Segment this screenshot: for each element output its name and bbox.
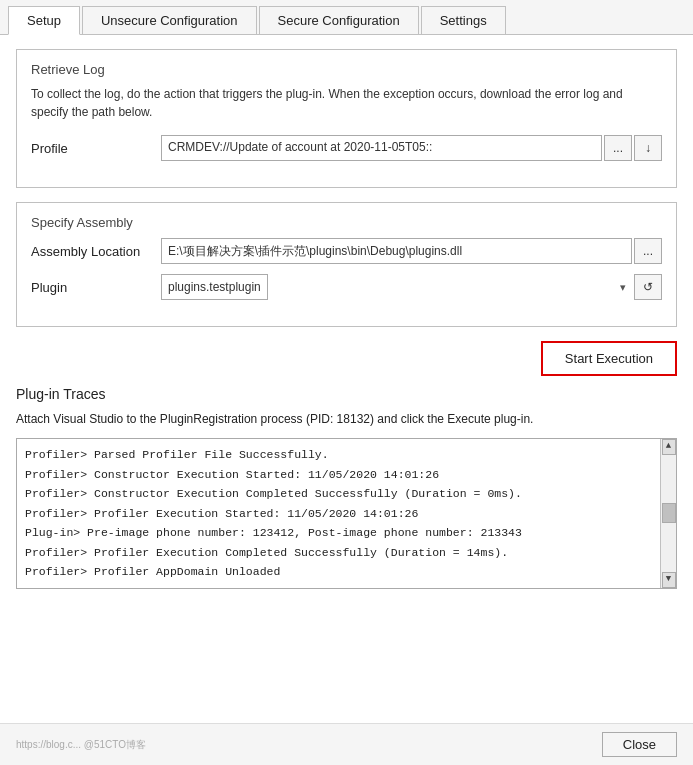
start-execution-row: Start Execution [16, 341, 677, 376]
trace-line-4: Profiler> Profiler Execution Started: 11… [25, 504, 650, 524]
trace-line-2: Profiler> Constructor Execution Started:… [25, 465, 650, 485]
trace-line-7: Profiler> Profiler AppDomain Unloaded [25, 562, 650, 582]
tab-secure-config[interactable]: Secure Configuration [259, 6, 419, 34]
tab-bar: Setup Unsecure Configuration Secure Conf… [0, 0, 693, 35]
scroll-up-arrow[interactable]: ▲ [662, 439, 676, 455]
profile-browse-button[interactable]: ... [604, 135, 632, 161]
trace-line-1: Profiler> Parsed Profiler File Successfu… [25, 445, 650, 465]
profile-label: Profile [31, 141, 161, 156]
plugin-traces-desc: Attach Visual Studio to the PluginRegist… [16, 410, 677, 428]
assembly-location-row: Assembly Location E:\项目解决方案\插件示范\plugins… [31, 238, 662, 264]
plugin-traces-section: Plug-in Traces Attach Visual Studio to t… [16, 386, 677, 589]
plugin-row: Plugin plugins.testplugin ↺ [31, 274, 662, 300]
trace-line-3: Profiler> Constructor Execution Complete… [25, 484, 650, 504]
tab-settings[interactable]: Settings [421, 6, 506, 34]
tab-setup[interactable]: Setup [8, 6, 80, 35]
trace-line-5: Plug-in> Pre-image phone number: 123412,… [25, 523, 650, 543]
close-button[interactable]: Close [602, 732, 677, 757]
plugin-input-group: plugins.testplugin ↺ [161, 274, 662, 300]
profile-input-group: CRMDEV://Update of account at 2020-11-05… [161, 135, 662, 161]
retrieve-log-title: Retrieve Log [31, 62, 662, 77]
assembly-location-input[interactable]: E:\项目解决方案\插件示范\plugins\bin\Debug\plugins… [161, 238, 632, 264]
plugin-select-wrapper: plugins.testplugin [161, 274, 632, 300]
profile-download-button[interactable]: ↓ [634, 135, 662, 161]
footer-watermark: https://blog.c... @51CTO博客 [16, 738, 146, 752]
specify-assembly-section: Specify Assembly Assembly Location E:\项目… [16, 202, 677, 327]
start-execution-button[interactable]: Start Execution [541, 341, 677, 376]
retrieve-log-section: Retrieve Log To collect the log, do the … [16, 49, 677, 188]
assembly-browse-button[interactable]: ... [634, 238, 662, 264]
scroll-down-arrow[interactable]: ▼ [662, 572, 676, 588]
footer: https://blog.c... @51CTO博客 Close [0, 723, 693, 765]
specify-assembly-title: Specify Assembly [31, 215, 662, 230]
plugin-label: Plugin [31, 280, 161, 295]
retrieve-log-desc: To collect the log, do the action that t… [31, 85, 662, 121]
plugin-traces-title: Plug-in Traces [16, 386, 677, 402]
plugin-refresh-button[interactable]: ↺ [634, 274, 662, 300]
assembly-location-label: Assembly Location [31, 244, 161, 259]
traces-box[interactable]: Profiler> Parsed Profiler File Successfu… [16, 438, 677, 589]
assembly-input-group: E:\项目解决方案\插件示范\plugins\bin\Debug\plugins… [161, 238, 662, 264]
traces-scrollbar[interactable]: ▲ ▼ [660, 439, 676, 588]
main-content: Retrieve Log To collect the log, do the … [0, 35, 693, 723]
profile-input[interactable]: CRMDEV://Update of account at 2020-11-05… [161, 135, 602, 161]
trace-line-6: Profiler> Profiler Execution Completed S… [25, 543, 650, 563]
main-window: Setup Unsecure Configuration Secure Conf… [0, 0, 693, 765]
scroll-thumb [662, 503, 676, 523]
plugin-select[interactable]: plugins.testplugin [161, 274, 268, 300]
profile-row: Profile CRMDEV://Update of account at 20… [31, 135, 662, 161]
tab-unsecure-config[interactable]: Unsecure Configuration [82, 6, 257, 34]
